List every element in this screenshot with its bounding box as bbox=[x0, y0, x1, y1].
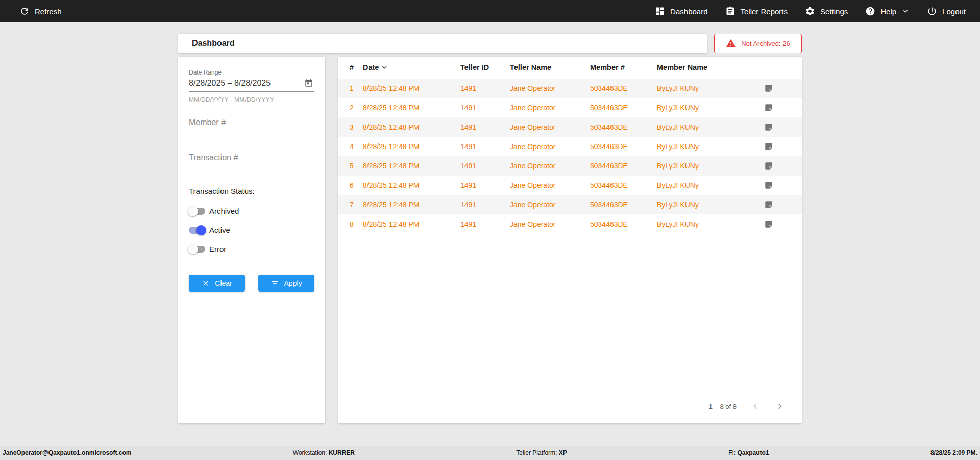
table-row[interactable]: 48/28/25 12:48 PM1491Jane Operator503446… bbox=[338, 137, 802, 156]
row-member-num: 5034463DE bbox=[590, 137, 657, 156]
close-icon bbox=[202, 279, 210, 287]
nav-dashboard-label: Dashboard bbox=[670, 7, 707, 16]
row-teller-name: Jane Operator bbox=[510, 214, 590, 234]
row-member-num: 5034463DE bbox=[590, 79, 657, 98]
table-row[interactable]: 78/28/25 12:48 PM1491Jane Operator503446… bbox=[338, 195, 802, 214]
row-date: 8/28/25 12:48 PM bbox=[363, 176, 460, 195]
col-header-member-name: Member Name bbox=[657, 57, 764, 79]
warning-icon bbox=[726, 38, 736, 49]
col-header-teller-name: Teller Name bbox=[510, 57, 590, 79]
row-member-num: 5034463DE bbox=[590, 176, 657, 195]
toggle-switch-error[interactable] bbox=[189, 246, 205, 253]
table-header-row: # Date Teller ID Teller Name Member # bbox=[338, 57, 802, 79]
page-content: Dashboard Not Archived: 26 Date Range MM… bbox=[178, 34, 802, 423]
date-range-input[interactable] bbox=[189, 77, 314, 92]
filter-icon bbox=[271, 279, 279, 287]
nav-settings-label: Settings bbox=[820, 7, 848, 16]
note-icon[interactable] bbox=[764, 181, 802, 190]
calendar-icon[interactable] bbox=[304, 79, 313, 88]
toggle-switch-archived[interactable] bbox=[189, 208, 205, 215]
row-date: 8/28/25 12:48 PM bbox=[363, 137, 460, 156]
table-row[interactable]: 58/28/25 12:48 PM1491Jane Operator503446… bbox=[338, 156, 802, 176]
row-teller-name: Jane Operator bbox=[510, 156, 590, 176]
next-page-button[interactable] bbox=[774, 401, 786, 412]
row-member-name: ByLyJI KUNy bbox=[657, 214, 764, 234]
note-icon[interactable] bbox=[764, 123, 802, 132]
toggle-label-archived: Archived bbox=[209, 207, 239, 215]
note-icon[interactable] bbox=[764, 142, 802, 151]
row-member-num: 5034463DE bbox=[590, 195, 657, 214]
toggle-error[interactable]: Error bbox=[189, 245, 314, 253]
row-teller-id: 1491 bbox=[460, 195, 510, 214]
transaction-status-label: Transaction Status: bbox=[189, 187, 314, 196]
title-card: Dashboard bbox=[178, 34, 707, 53]
member-input[interactable] bbox=[189, 116, 314, 131]
note-icon[interactable] bbox=[764, 220, 802, 229]
date-range-field: Date Range bbox=[189, 69, 314, 92]
nav-dashboard[interactable]: Dashboard bbox=[655, 6, 707, 16]
apply-button[interactable]: Apply bbox=[258, 275, 314, 292]
nav-settings[interactable]: Settings bbox=[805, 6, 848, 16]
results-table-card: # Date Teller ID Teller Name Member # bbox=[338, 57, 802, 423]
col-header-date[interactable]: Date bbox=[363, 57, 460, 79]
row-number: 6 bbox=[338, 176, 363, 195]
col-header-actions bbox=[764, 57, 802, 79]
prev-page-button[interactable] bbox=[750, 401, 761, 412]
topbar: Refresh Dashboard Teller Reports Setting… bbox=[0, 0, 980, 22]
results-table: # Date Teller ID Teller Name Member # bbox=[338, 57, 802, 234]
toggle-active[interactable]: Active bbox=[189, 226, 314, 234]
table-body: 18/28/25 12:48 PM1491Jane Operator503446… bbox=[338, 79, 802, 234]
footer-fi: FI: Qaxpauto1 bbox=[728, 449, 769, 456]
table-row[interactable]: 88/28/25 12:48 PM1491Jane Operator503446… bbox=[338, 214, 802, 234]
row-number: 3 bbox=[338, 117, 363, 137]
table-row[interactable]: 28/28/25 12:48 PM1491Jane Operator503446… bbox=[338, 98, 802, 117]
note-icon[interactable] bbox=[764, 161, 802, 171]
row-teller-id: 1491 bbox=[460, 98, 510, 117]
row-member-name: ByLyJI KUNy bbox=[657, 156, 764, 176]
apply-label: Apply bbox=[284, 279, 302, 287]
footer-datetime: 8/28/25 2:09 PM. bbox=[930, 449, 977, 456]
row-member-num: 5034463DE bbox=[590, 156, 657, 176]
note-icon[interactable] bbox=[764, 103, 802, 112]
row-member-num: 5034463DE bbox=[590, 214, 657, 234]
footer-user: JaneOperator@Qaxpauto1.onmicrosoft.com bbox=[3, 449, 131, 456]
table-row[interactable]: 38/28/25 12:48 PM1491Jane Operator503446… bbox=[338, 117, 802, 137]
note-icon[interactable] bbox=[764, 200, 802, 209]
toggle-label-active: Active bbox=[209, 226, 230, 234]
row-number: 5 bbox=[338, 156, 363, 176]
page-title: Dashboard bbox=[192, 39, 235, 48]
row-teller-id: 1491 bbox=[460, 117, 510, 137]
row-teller-id: 1491 bbox=[460, 176, 510, 195]
clear-button[interactable]: Clear bbox=[189, 275, 245, 292]
header-row: Dashboard Not Archived: 26 bbox=[178, 34, 802, 53]
refresh-label: Refresh bbox=[35, 7, 62, 16]
table-row[interactable]: 68/28/25 12:48 PM1491Jane Operator503446… bbox=[338, 176, 802, 195]
transaction-input[interactable] bbox=[189, 152, 314, 166]
refresh-button[interactable]: Refresh bbox=[19, 6, 62, 16]
col-header-teller-id: Teller ID bbox=[460, 57, 510, 79]
row-teller-id: 1491 bbox=[460, 156, 510, 176]
row-number: 7 bbox=[338, 195, 363, 214]
table-row[interactable]: 18/28/25 12:48 PM1491Jane Operator503446… bbox=[338, 79, 802, 98]
date-format-hint: MM/DD/YYYY - MM/DD/YYYY bbox=[189, 96, 314, 103]
row-date: 8/28/25 12:48 PM bbox=[363, 98, 460, 117]
row-date: 8/28/25 12:48 PM bbox=[363, 79, 460, 98]
nav-logout-label: Logout bbox=[942, 7, 966, 16]
row-teller-name: Jane Operator bbox=[510, 137, 590, 156]
pagination: 1 – 8 of 8 bbox=[338, 401, 802, 423]
row-date: 8/28/25 12:48 PM bbox=[363, 214, 460, 234]
reports-icon bbox=[725, 6, 736, 16]
row-date: 8/28/25 12:48 PM bbox=[363, 117, 460, 137]
nav-logout[interactable]: Logout bbox=[927, 6, 966, 16]
nav-teller-reports[interactable]: Teller Reports bbox=[725, 6, 788, 16]
note-icon[interactable] bbox=[764, 84, 802, 93]
toggle-archived[interactable]: Archived bbox=[189, 207, 314, 215]
row-teller-name: Jane Operator bbox=[510, 98, 590, 117]
member-field bbox=[189, 116, 314, 131]
nav-help[interactable]: Help bbox=[865, 6, 910, 16]
toggle-switch-active[interactable] bbox=[189, 227, 205, 234]
date-range-label: Date Range bbox=[189, 69, 314, 76]
row-teller-id: 1491 bbox=[460, 214, 510, 234]
dashboard-icon bbox=[655, 6, 665, 16]
not-archived-badge[interactable]: Not Archived: 26 bbox=[714, 34, 802, 53]
